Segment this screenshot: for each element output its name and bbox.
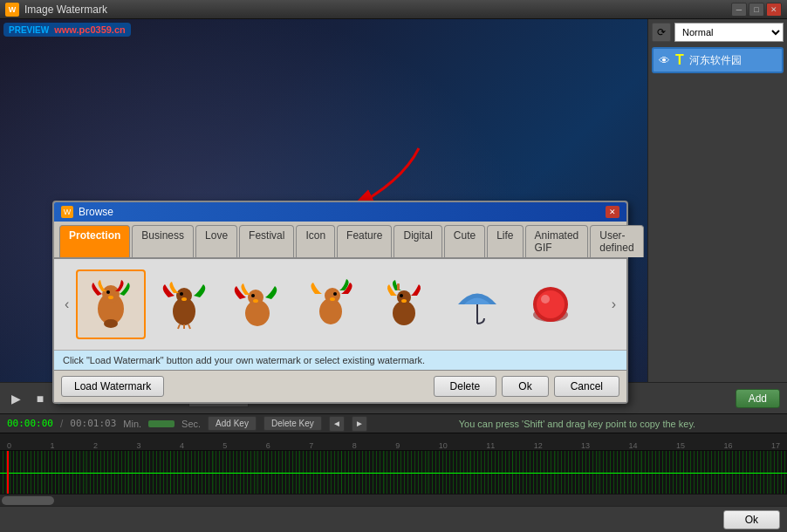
timeline-track[interactable] [0,450,787,494]
track-ticks [0,451,787,494]
svg-point-5 [108,296,113,299]
timeline-bar: 00:00:00 / 00:01:03 Min. Sec. Add Key De… [0,413,787,433]
play-button[interactable]: ▶ [7,390,24,407]
tab-feature[interactable]: Feature [337,225,392,257]
prev-key-button[interactable]: ◄ [329,416,345,432]
timeline-ruler: 0 1 2 3 4 5 6 7 8 9 10 11 12 13 14 15 16… [0,433,787,450]
ruler-mark-5: 5 [222,441,227,450]
svg-point-30 [541,295,550,304]
tab-life[interactable]: Life [487,225,523,257]
tab-festival[interactable]: Festival [239,225,294,257]
browse-status-bar: Click "Load Watermark" button add your o… [54,350,626,370]
svg-point-8 [180,292,183,296]
browse-content: ‹ [54,259,626,350]
ruler-mark-10: 10 [439,441,448,450]
preset-select[interactable]: Normal [674,23,784,42]
add-key-button[interactable]: Add Key [208,416,257,431]
sticker-item-3[interactable] [222,269,292,339]
stop-button[interactable]: ■ [31,390,49,407]
ruler-mark-9: 9 [395,441,400,450]
browse-dialog: W Browse ✕ Protection Business Love Fest… [52,201,628,404]
svg-point-4 [106,290,110,294]
browse-status-text: Click "Load Watermark" button add your o… [63,355,425,365]
ruler-mark-15: 15 [676,441,685,450]
ruler-mark-11: 11 [486,441,495,450]
main-ok-button[interactable]: Ok [723,510,780,529]
window-controls: ─ □ ✕ [731,3,782,17]
tab-digital[interactable]: Digital [394,225,441,257]
sticker-item-4[interactable] [296,269,366,339]
layer-label: 河东软件园 [689,53,742,68]
svg-point-3 [104,319,118,328]
svg-point-2 [102,285,120,303]
browse-tabs: Protection Business Love Festival Icon F… [54,222,626,259]
tab-protection[interactable]: Protection [59,225,130,257]
delete-button[interactable]: Delete [434,376,497,397]
browse-dialog-icon: W [61,206,73,218]
sticker-item-2[interactable] [149,269,219,339]
tab-business[interactable]: Business [132,225,194,257]
browse-dialog-close-button[interactable]: ✕ [606,206,619,218]
tab-icon[interactable]: Icon [296,225,335,257]
delete-key-button[interactable]: Delete Key [263,416,322,431]
eye-icon[interactable]: 👁 [659,54,670,67]
ruler-mark-8: 8 [352,441,357,450]
right-panel-toolbar: ⟳ Normal [652,23,784,42]
ok-button[interactable]: Ok [502,376,548,397]
title-bar: W Image Watermark ─ □ ✕ [0,0,787,19]
load-watermark-button[interactable]: Load Watermark [61,376,164,397]
add-button[interactable]: Add [736,389,780,408]
scroll-right-button[interactable]: › [608,297,619,312]
ruler-mark-1: 1 [50,441,54,450]
next-key-button[interactable]: ► [352,416,367,432]
ruler-mark-6: 6 [266,441,270,450]
ruler-mark-13: 13 [581,441,590,450]
sticker-item-6[interactable] [442,269,512,339]
horizontal-scrollbar[interactable] [0,494,787,506]
sec-label: Sec. [181,419,201,429]
sticker-item-8[interactable] [589,269,607,339]
ruler-mark-4: 4 [180,441,184,450]
svg-point-24 [401,299,407,303]
tab-animated-gif[interactable]: Animated GIF [525,225,589,257]
cancel-button[interactable]: Cancel [554,376,619,397]
minimize-button[interactable]: ─ [731,3,747,17]
tab-cute[interactable]: Cute [444,225,485,257]
sticker-item-1[interactable] [76,269,146,339]
ruler-mark-7: 7 [309,441,313,450]
svg-point-16 [253,299,258,303]
refresh-icon[interactable]: ⟳ [652,23,671,42]
scrollbar-thumb[interactable] [2,496,54,505]
scroll-left-button[interactable]: ‹ [61,297,72,312]
total-time: 00:01:03 [70,418,116,429]
ruler-mark-2: 2 [93,441,98,450]
time-separator: / [60,418,63,430]
ok-bar: Ok [0,506,787,532]
svg-point-20 [330,297,335,301]
app-title: Image Watermark [24,3,731,16]
sticker-item-7[interactable] [516,269,585,339]
close-button[interactable]: ✕ [766,3,782,17]
tab-user-defined[interactable]: User-defined [590,225,643,257]
maximize-button[interactable]: □ [749,3,764,17]
svg-point-29 [537,290,565,318]
app-icon: W [5,3,19,17]
current-time: 00:00:00 [7,418,53,429]
min-label: Min. [123,419,141,429]
sticker-item-5[interactable] [369,269,439,339]
browse-footer: Load Watermark Delete Ok Cancel [54,370,626,402]
svg-point-15 [251,294,255,297]
ruler-mark-0: 0 [7,441,11,450]
timeline-hint: You can press 'Shift' and drag key point… [374,419,780,429]
svg-line-10 [178,324,180,329]
svg-rect-25 [397,283,400,290]
layer-item[interactable]: 👁 T 河东软件园 [652,47,784,73]
svg-point-23 [400,294,403,297]
svg-point-7 [176,288,192,304]
min-slider[interactable] [148,420,175,427]
svg-point-9 [181,297,187,301]
tab-love[interactable]: Love [195,225,237,257]
ruler-mark-14: 14 [629,441,638,450]
ruler-mark-12: 12 [534,441,543,450]
ruler-mark-16: 16 [724,441,733,450]
